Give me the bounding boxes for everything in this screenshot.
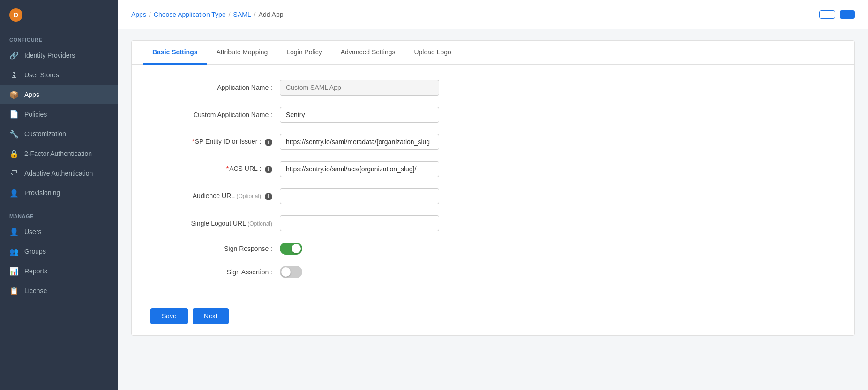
sidebar-item-apps[interactable]: 📦Apps: [0, 85, 118, 104]
input-sp-entity-id[interactable]: [280, 134, 439, 150]
input-custom-application-name[interactable]: [280, 107, 439, 123]
sidebar-item-label-provisioning: Provisioning: [24, 189, 60, 197]
toggle-wrap-sign-assertion: [280, 266, 302, 278]
identity-providers-icon: 🔗: [9, 51, 19, 60]
tab-advanced-settings[interactable]: Advanced Settings: [331, 41, 405, 65]
sidebar-item-license[interactable]: 📋License: [0, 281, 118, 301]
label-acs-url: *ACS URL : i: [150, 165, 272, 173]
save-button[interactable]: Save: [150, 308, 188, 324]
form-row-single-logout-url: Single Logout URL (Optional): [150, 215, 836, 231]
tab-bar: Basic SettingsAttribute MappingLogin Pol…: [132, 41, 854, 65]
toggle-wrap-sign-response: [280, 243, 302, 255]
2fa-icon: 🔒: [9, 149, 19, 158]
breadcrumb-sep-2: /: [229, 11, 231, 18]
sidebar-item-label-identity-providers: Identity Providers: [24, 52, 75, 59]
sidebar-item-policies[interactable]: 📄Policies: [0, 104, 118, 124]
adaptive-auth-icon: 🛡: [9, 169, 19, 178]
tab-login-policy[interactable]: Login Policy: [277, 41, 331, 65]
label-custom-application-name: Custom Application Name :: [150, 111, 272, 118]
input-single-logout-url[interactable]: [280, 215, 439, 231]
breadcrumb-sep-3: /: [254, 11, 256, 18]
submit-new-app-button[interactable]: [840, 10, 855, 19]
sidebar-item-label-groups: Groups: [24, 248, 46, 255]
breadcrumb-apps-link[interactable]: Apps: [131, 11, 146, 18]
sidebar-logo: D: [0, 0, 118, 30]
main-card: Basic SettingsAttribute MappingLogin Pol…: [131, 40, 855, 336]
form-row-sign-assertion: Sign Assertion :: [150, 266, 836, 278]
users-icon: 👤: [9, 227, 19, 236]
sidebar-item-label-2fa: 2-Factor Authentication: [24, 150, 92, 157]
breadcrumb-sep-1: /: [149, 11, 151, 18]
label-application-name: Application Name :: [150, 84, 272, 91]
sidebar-section-label-0: Configure: [0, 30, 118, 45]
label-sign-response: Sign Response :: [150, 245, 272, 252]
label-single-logout-url: Single Logout URL (Optional): [150, 220, 272, 227]
breadcrumb: Apps / Choose Application Type / SAML / …: [131, 11, 284, 18]
form-body: Application Name :Custom Application Nam…: [132, 65, 854, 301]
toggle-slider-sign-response: [280, 243, 302, 255]
apps-icon: 📦: [9, 90, 19, 99]
policies-icon: 📄: [9, 110, 19, 119]
sidebar-item-customization[interactable]: 🔧Customization: [0, 124, 118, 144]
form-row-audience-url: Audience URL (Optional) i: [150, 188, 836, 204]
sidebar-item-label-apps: Apps: [24, 91, 39, 98]
sidebar-item-2fa[interactable]: 🔒2-Factor Authentication: [0, 144, 118, 163]
sidebar-item-label-policies: Policies: [24, 110, 47, 118]
breadcrumb-current: Add App: [259, 11, 284, 18]
breadcrumb-saml-link[interactable]: SAML: [233, 11, 251, 18]
reports-icon: 📊: [9, 266, 19, 276]
form-footer: Save Next: [132, 301, 854, 335]
import-sp-metadata-button[interactable]: [819, 10, 835, 19]
next-button[interactable]: Next: [193, 308, 229, 324]
sidebar-item-identity-providers[interactable]: 🔗Identity Providers: [0, 45, 118, 65]
toggle-sign-assertion[interactable]: [280, 266, 302, 278]
main-content: Apps / Choose Application Type / SAML / …: [118, 0, 868, 390]
tab-attribute-mapping[interactable]: Attribute Mapping: [207, 41, 277, 65]
sidebar: D Configure🔗Identity Providers🗄User Stor…: [0, 0, 118, 390]
license-icon: 📋: [9, 286, 19, 295]
input-acs-url[interactable]: [280, 161, 439, 177]
page-content: Basic SettingsAttribute MappingLogin Pol…: [118, 29, 868, 390]
sidebar-item-reports[interactable]: 📊Reports: [0, 261, 118, 281]
sidebar-item-provisioning[interactable]: 👤Provisioning: [0, 183, 118, 203]
sidebar-item-label-adaptive-auth: Adaptive Authentication: [24, 169, 93, 177]
sidebar-section-label-1: Manage: [0, 207, 118, 222]
sidebar-item-label-license: License: [24, 287, 47, 294]
groups-icon: 👥: [9, 247, 19, 256]
form-row-custom-application-name: Custom Application Name :: [150, 107, 836, 123]
label-sign-assertion: Sign Assertion :: [150, 268, 272, 276]
user-stores-icon: 🗄: [9, 70, 19, 80]
toggle-sign-response[interactable]: [280, 243, 302, 255]
sidebar-item-adaptive-auth[interactable]: 🛡Adaptive Authentication: [0, 163, 118, 183]
form-row-application-name: Application Name :: [150, 80, 836, 96]
sidebar-item-label-reports: Reports: [24, 267, 47, 275]
customization-icon: 🔧: [9, 129, 19, 139]
tab-upload-logo[interactable]: Upload Logo: [404, 41, 460, 65]
breadcrumb-choose-type-link[interactable]: Choose Application Type: [154, 11, 226, 18]
logo-icon: D: [9, 8, 22, 22]
sidebar-item-groups[interactable]: 👥Groups: [0, 242, 118, 261]
form-row-sp-entity-id: *SP Entity ID or Issuer : i: [150, 134, 836, 150]
provisioning-icon: 👤: [9, 188, 19, 198]
toggle-slider-sign-assertion: [280, 266, 302, 278]
sidebar-item-label-users: Users: [24, 228, 42, 235]
form-row-sign-response: Sign Response :: [150, 243, 836, 255]
label-audience-url: Audience URL (Optional) i: [150, 192, 272, 200]
form-row-acs-url: *ACS URL : i: [150, 161, 836, 177]
tab-basic-settings[interactable]: Basic Settings: [143, 41, 207, 65]
topbar: Apps / Choose Application Type / SAML / …: [118, 0, 868, 29]
sidebar-item-users[interactable]: 👤Users: [0, 222, 118, 242]
sidebar-item-user-stores[interactable]: 🗄User Stores: [0, 65, 118, 85]
input-application-name: [280, 80, 439, 96]
input-audience-url[interactable]: [280, 188, 439, 204]
label-sp-entity-id: *SP Entity ID or Issuer : i: [150, 138, 272, 146]
topbar-actions: [819, 10, 855, 19]
sidebar-item-label-user-stores: User Stores: [24, 71, 59, 79]
sidebar-item-label-customization: Customization: [24, 130, 66, 138]
